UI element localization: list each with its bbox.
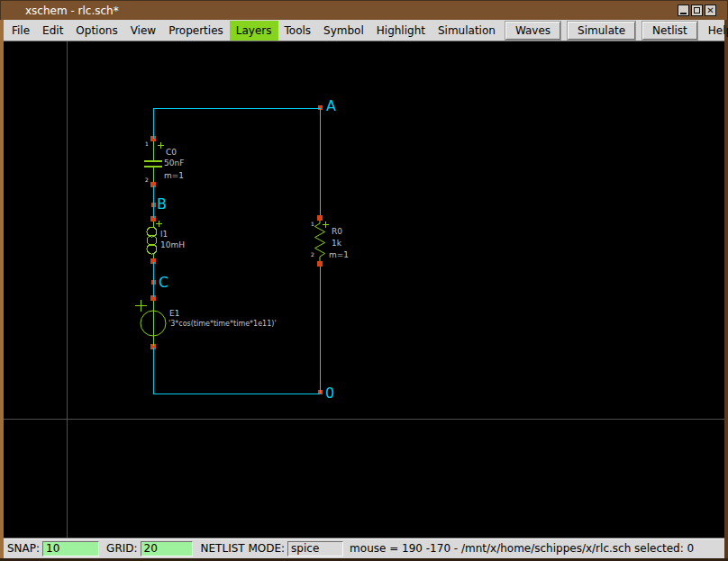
menu-tools[interactable]: Tools	[278, 21, 318, 41]
maximize-button[interactable]	[691, 5, 703, 16]
inductor-value-label[interactable]: 10mH	[160, 240, 185, 250]
statusbar: SNAP: GRID: NETLIST MODE: mouse = 190 -1…	[4, 538, 724, 558]
menu-simulation[interactable]: Simulation	[432, 21, 502, 41]
capacitor-pin2-number: 2	[145, 177, 149, 183]
close-button[interactable]: ✕	[705, 5, 716, 16]
inductor-name-label[interactable]: l1	[160, 230, 168, 240]
node-label-c[interactable]: C	[159, 276, 168, 290]
menu-highlight[interactable]: Highlight	[370, 21, 432, 41]
titlebar[interactable]: xschem - rlc.sch* ✕	[0, 0, 728, 20]
resistor-pin2-number: 2	[311, 252, 314, 258]
waves-button[interactable]: Waves	[505, 22, 560, 40]
capacitor-name-label[interactable]: C0	[166, 148, 177, 158]
menubar: File Edit Options View Properties Layers…	[4, 20, 724, 41]
netlist-mode-input[interactable]	[287, 541, 343, 556]
minimize-button[interactable]	[678, 5, 689, 16]
grid-input[interactable]	[141, 541, 193, 556]
resistor-mult-label[interactable]: m=1	[329, 250, 349, 260]
window-title: xschem - rlc.sch*	[25, 1, 119, 21]
mouse-status-text: mouse = 190 -170 - /mnt/x/home/schippes/…	[350, 542, 694, 555]
axes	[4, 41, 724, 538]
grid-label: GRID:	[106, 542, 137, 555]
resistor-name-label[interactable]: R0	[332, 227, 342, 237]
menu-options[interactable]: Options	[69, 21, 123, 41]
capacitor-value-label[interactable]: 50nF	[164, 158, 184, 168]
node-label-gnd[interactable]: 0	[325, 386, 334, 401]
minimize-icon	[680, 13, 687, 14]
maximize-icon	[694, 7, 700, 14]
node-label-a[interactable]: A	[326, 99, 336, 113]
menu-layers[interactable]: Layers	[230, 21, 278, 41]
resistor-value-label[interactable]: 1k	[332, 239, 341, 249]
menu-view[interactable]: View	[124, 21, 162, 41]
window-controls: ✕	[678, 5, 716, 16]
close-icon: ✕	[706, 6, 714, 15]
snap-input[interactable]	[42, 541, 99, 556]
source-name-label[interactable]: E1	[169, 309, 179, 319]
menu-symbol[interactable]: Symbol	[317, 21, 370, 41]
capacitor-pin1-number: 1	[145, 141, 149, 147]
xschem-window: xschem - rlc.sch* ✕ File Edit Options Vi…	[0, 0, 728, 561]
menu-properties[interactable]: Properties	[162, 21, 230, 41]
snap-label: SNAP:	[7, 542, 40, 555]
simulate-button[interactable]: Simulate	[568, 22, 635, 40]
capacitor-mult-label[interactable]: m=1	[164, 171, 184, 181]
source-value-label[interactable]: '3*cos(time*time*time*1e11)'	[168, 320, 277, 329]
wires[interactable]	[153, 108, 320, 394]
netlist-mode-label: NETLIST MODE:	[201, 542, 286, 555]
vsource-symbol[interactable]	[135, 300, 166, 347]
resistor-pin1-number: 1	[311, 222, 314, 227]
netlist-button[interactable]: Netlist	[642, 22, 697, 40]
menu-help[interactable]: Help	[703, 21, 728, 41]
node-label-b[interactable]: B	[157, 197, 167, 212]
schematic-canvas[interactable]: A B C 0 1 2 C0 50nF m=1 l1 10mH E1 '3*co…	[4, 41, 724, 538]
resistor-symbol[interactable]	[315, 221, 330, 261]
inductor-symbol[interactable]	[147, 221, 162, 258]
menu-edit[interactable]: Edit	[36, 21, 69, 41]
menu-file[interactable]: File	[5, 21, 36, 41]
